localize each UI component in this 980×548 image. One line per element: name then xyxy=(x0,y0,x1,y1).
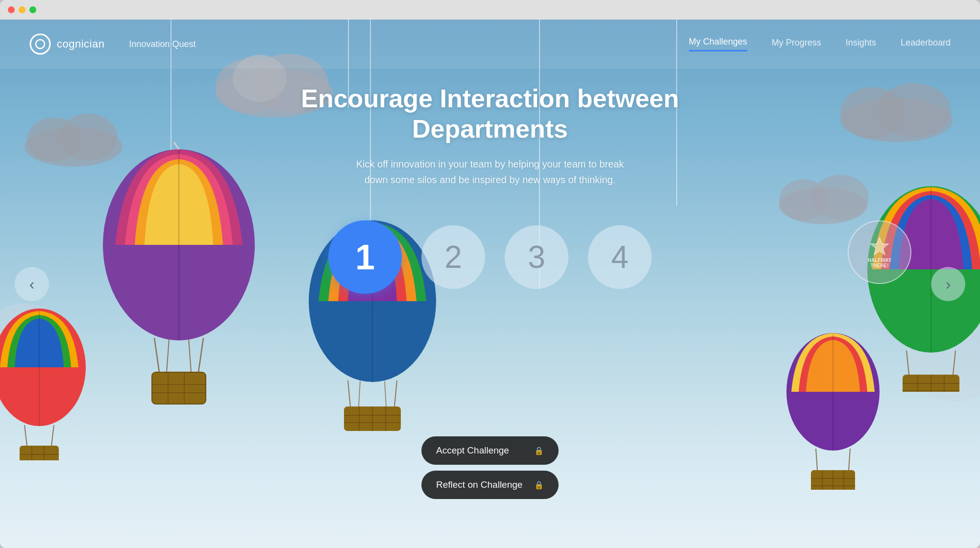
svg-line-44 xyxy=(359,381,360,406)
halfway-badge: HALFWAY THERE! xyxy=(848,220,911,284)
logo-area: cognician xyxy=(29,33,104,55)
cloud-3 xyxy=(833,78,960,142)
app-title: Innovation Quest xyxy=(129,39,196,49)
nav-my-progress[interactable]: My Progress xyxy=(772,38,821,51)
halfway-text-2: THERE! xyxy=(870,263,888,268)
svg-line-19 xyxy=(154,338,159,372)
accept-challenge-label: Accept Challenge xyxy=(436,445,509,456)
svg-line-45 xyxy=(385,381,386,406)
nav-insights[interactable]: Insights xyxy=(846,38,876,51)
cloud-4 xyxy=(774,171,872,225)
main-content: cognician Innovation Quest My Challenges… xyxy=(0,20,980,548)
step-indicators: 1 2 3 4 xyxy=(328,220,652,294)
prev-arrow-icon: ‹ xyxy=(29,276,35,292)
step-3: 3 xyxy=(505,225,568,289)
svg-line-22 xyxy=(189,339,191,372)
hero-title: Encourage Interaction between Department… xyxy=(270,83,710,144)
nav-leaderboard[interactable]: Leaderboard xyxy=(901,38,951,51)
nav-links: My Challenges My Progress Insights Leade… xyxy=(689,37,951,51)
nav-my-challenges[interactable]: My Challenges xyxy=(689,37,747,51)
svg-point-13 xyxy=(30,34,50,54)
svg-point-12 xyxy=(812,175,869,220)
svg-point-9 xyxy=(877,83,951,137)
title-bar xyxy=(0,0,980,20)
balloon-right-small xyxy=(784,328,882,490)
logo-icon xyxy=(29,33,51,55)
balloon-large-left xyxy=(96,137,262,411)
svg-line-20 xyxy=(198,338,203,372)
lock-icon-1: 🔒 xyxy=(534,446,544,455)
step-2: 2 xyxy=(421,225,485,289)
svg-line-33 xyxy=(51,425,54,446)
close-button[interactable] xyxy=(8,6,15,13)
balloon-far-left xyxy=(0,304,88,460)
maximize-button[interactable] xyxy=(29,6,36,13)
svg-line-42 xyxy=(348,381,350,406)
hero-text-area: Encourage Interaction between Department… xyxy=(270,83,710,188)
next-arrow-icon: › xyxy=(946,276,951,292)
reflect-challenge-button[interactable]: Reflect on Challenge 🔒 xyxy=(421,471,559,499)
svg-rect-23 xyxy=(152,372,206,404)
app-window: cognician Innovation Quest My Challenges… xyxy=(0,0,980,548)
svg-line-32 xyxy=(24,425,27,446)
svg-line-66 xyxy=(816,449,817,470)
svg-rect-34 xyxy=(20,446,59,460)
hero-subtitle: Kick off innovation in your team by help… xyxy=(270,156,710,188)
svg-line-55 xyxy=(906,351,909,375)
svg-line-43 xyxy=(394,381,397,406)
accept-challenge-button[interactable]: Accept Challenge 🔒 xyxy=(421,436,559,465)
lock-icon-2: 🔒 xyxy=(534,480,544,490)
prev-arrow[interactable]: ‹ xyxy=(15,267,49,301)
logo-text: cognician xyxy=(57,38,104,50)
svg-point-14 xyxy=(36,40,45,48)
step-4: 4 xyxy=(588,225,652,289)
svg-line-18 xyxy=(174,142,179,149)
svg-line-56 xyxy=(953,351,956,375)
svg-line-67 xyxy=(849,449,850,470)
navbar: cognician Innovation Quest My Challenges… xyxy=(0,20,980,69)
star-icon xyxy=(870,237,889,256)
svg-line-21 xyxy=(167,339,169,372)
minimize-button[interactable] xyxy=(19,6,25,13)
step-1: 1 xyxy=(328,220,402,294)
svg-marker-74 xyxy=(871,238,888,255)
action-buttons: Accept Challenge 🔒 Reflect on Challenge … xyxy=(421,436,559,499)
halfway-text-1: HALFWAY xyxy=(868,258,892,263)
reflect-challenge-label: Reflect on Challenge xyxy=(436,479,522,490)
next-arrow[interactable]: › xyxy=(931,267,965,301)
